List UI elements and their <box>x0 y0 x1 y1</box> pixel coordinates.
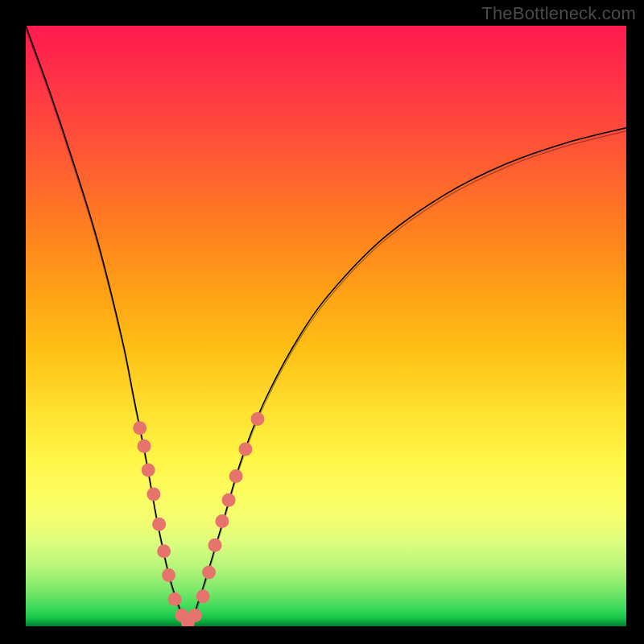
data-point-marker <box>196 589 210 603</box>
data-point-marker <box>168 592 182 606</box>
data-point-marker <box>175 609 189 622</box>
data-point-marker <box>202 565 216 579</box>
data-point-marker <box>157 544 171 558</box>
data-point-marker <box>133 421 147 435</box>
data-point-marker <box>138 440 151 453</box>
data-point-marker <box>162 568 175 582</box>
data-point-marker <box>142 464 155 477</box>
data-point-marker <box>188 609 202 622</box>
bottleneck-curve <box>26 26 626 626</box>
data-point-marker <box>239 442 253 456</box>
data-point-marker <box>229 469 243 483</box>
chart-svg <box>26 26 626 626</box>
data-point-marker <box>222 493 236 507</box>
data-point-marker <box>251 412 265 426</box>
sample-markers-group <box>133 412 264 626</box>
watermark-text: TheBottleneck.com <box>481 3 636 24</box>
data-point-marker <box>208 539 222 552</box>
data-point-marker <box>147 487 160 501</box>
bottleneck-curve-shadow <box>26 29 626 625</box>
data-point-marker <box>152 518 166 531</box>
data-point-marker <box>215 514 229 528</box>
chart-plot-area <box>26 26 626 626</box>
data-point-marker <box>181 616 195 626</box>
